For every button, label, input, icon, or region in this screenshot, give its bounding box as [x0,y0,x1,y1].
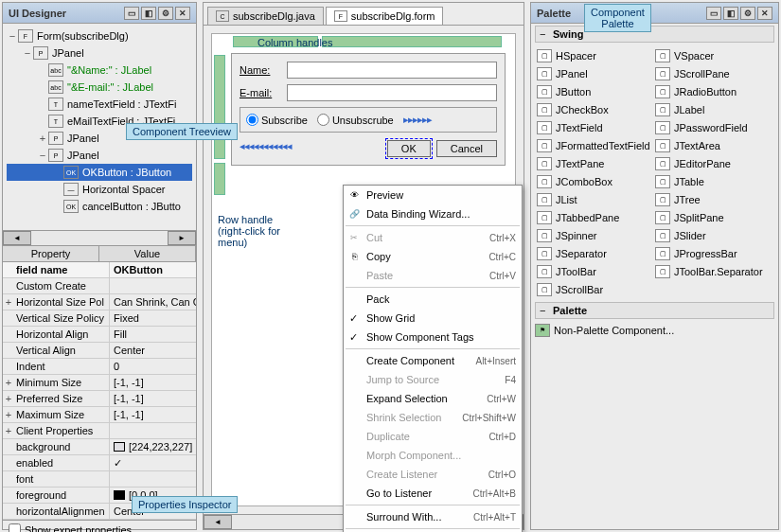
property-row[interactable]: +Preferred Size[-1, -1] [3,391,196,407]
palette-item[interactable]: ▢JTabbedPane [533,208,651,226]
palette-item[interactable]: ▢JTable [651,172,770,190]
tree-node[interactable]: TnameTextField : JTextFi [7,96,192,113]
editor-tab[interactable]: CsubscribeDlg.java [207,7,324,25]
tree-node[interactable]: abc"&Name:" : JLabel [7,62,192,79]
palette-section-swing[interactable]: − Swing [535,26,774,43]
palette-item[interactable]: ▢JScrollBar [533,280,651,298]
tree-node[interactable]: −FForm(subscribeDlg) [7,27,192,44]
property-row[interactable]: Vertical Size PolicyFixed [3,310,196,327]
menu-item[interactable]: Surround With...Ctrl+Alt+T [344,507,522,526]
palette-item[interactable]: ▢JTextPane [533,154,651,172]
palette-item[interactable]: ▢JEditorPane [651,154,770,172]
palette-item[interactable]: ▢HSpacer [533,46,651,64]
menu-item[interactable]: Pack [344,290,522,309]
palette-item[interactable]: ▢JRadioButton [651,82,770,100]
palette-item[interactable]: ▢JComboBox [533,172,651,190]
property-value[interactable]: 0 [109,359,196,374]
palette-item[interactable]: ▢JCheckBox [533,100,651,118]
tree-toggle-icon[interactable]: − [7,30,18,42]
scroll-right-icon[interactable]: ► [168,231,196,245]
collapse-icon[interactable]: − [540,305,549,316]
menu-item[interactable]: Expand SelectionCtrl+W [344,389,522,408]
subscribe-radio[interactable]: Subscribe [246,114,308,126]
palette-item[interactable]: ▢JTextField [533,118,651,136]
palette-item[interactable]: ▢JSplitPane [651,208,770,226]
property-row[interactable]: Indent0 [3,359,196,375]
minimize-icon[interactable]: ▭ [124,7,139,20]
property-row[interactable]: +Minimum Size[-1, -1] [3,375,196,391]
column-handle[interactable] [322,36,502,47]
property-row[interactable]: background[224,223,227] [3,439,196,455]
tree-toggle-icon[interactable]: + [37,133,48,144]
palette-section-palette[interactable]: − Palette [535,302,774,319]
expand-icon[interactable]: + [3,409,14,420]
tree-toggle-icon[interactable]: − [22,47,33,59]
palette-item[interactable]: ▢JPanel [533,64,651,82]
close-icon[interactable]: ✕ [757,7,772,20]
unsubscribe-radio-input[interactable] [317,114,329,126]
property-value[interactable] [109,278,196,293]
menu-item[interactable]: 🔗Data Binding Wizard... [344,204,522,223]
property-table[interactable]: field nameOKButtonCustom Create+Horizont… [3,262,196,520]
menu-item[interactable]: ⎘CopyCtrl+C [344,247,522,266]
float-icon[interactable]: ◧ [723,7,738,20]
property-row[interactable]: font [3,471,196,488]
palette-item[interactable]: ▢JTextArea [651,136,770,154]
float-icon[interactable]: ◧ [141,7,156,20]
name-field[interactable] [287,62,497,79]
tree-node[interactable]: OKcancelButton : JButto [7,198,192,215]
expand-icon[interactable]: + [3,296,14,308]
palette-item[interactable]: ▢JLabel [651,100,770,118]
scroll-left-icon[interactable]: ◄ [204,515,232,529]
palette-item[interactable]: ▢JSpinner [533,226,651,244]
expert-properties-checkbox[interactable] [9,523,21,532]
expand-icon[interactable]: + [3,393,14,404]
palette-item[interactable]: ▢JSlider [651,226,770,244]
palette-item[interactable]: ▢JProgressBar [651,244,770,262]
property-value[interactable]: [-1, -1] [109,375,196,390]
property-row[interactable]: +Client Properties [3,423,196,439]
palette-item[interactable]: ▢JSeparator [533,244,651,262]
palette-item[interactable]: ▢JFormattedTextField [533,136,651,154]
scroll-left-icon[interactable]: ◄ [3,231,31,245]
tree-toggle-icon[interactable]: − [37,150,48,161]
property-value[interactable]: [-1, -1] [109,391,196,406]
property-value[interactable]: [224,223,227] [109,439,196,454]
property-value[interactable]: Can Shrink, Can G... [109,294,196,310]
context-menu[interactable]: 👁Preview🔗Data Binding Wizard...✂CutCtrl+… [343,185,523,532]
property-value[interactable]: Fill [109,327,196,342]
gear-icon[interactable]: ⚙ [740,7,755,20]
property-value[interactable]: OKButton [109,262,196,277]
expand-icon[interactable]: + [3,425,14,436]
property-value[interactable]: [-1, -1] [109,407,196,422]
ok-button[interactable]: OK [387,140,431,157]
property-value[interactable]: Center [109,343,196,358]
subscribe-radio-input[interactable] [246,114,258,126]
property-row[interactable]: Horizontal AlignFill [3,327,196,343]
expert-properties-row[interactable]: Show expert properties [3,520,196,532]
expand-icon[interactable]: + [3,377,14,388]
menu-item[interactable]: ✓Show Grid [344,309,522,328]
palette-item[interactable]: ▢VSpacer [651,46,770,64]
palette-item[interactable]: ▢JTree [651,190,770,208]
palette-item[interactable]: ▢JButton [533,82,651,100]
property-value[interactable] [109,471,196,487]
tree-node[interactable]: −PJPanel [7,147,192,164]
menu-item[interactable]: 👁Preview [344,186,522,204]
menu-item[interactable]: Go to ListenerCtrl+Alt+B [344,484,522,503]
cancel-button[interactable]: Cancel [436,140,497,157]
gear-icon[interactable]: ⚙ [158,7,173,20]
row-handle[interactable] [214,163,225,195]
palette-item[interactable]: ▢JList [533,190,651,208]
menu-item[interactable]: Create ComponentAlt+Insert [344,351,522,370]
property-row[interactable]: +Maximum Size[-1, -1] [3,407,196,423]
palette-item[interactable]: ▢JToolBar [533,262,651,280]
tree-node[interactable]: —Horizontal Spacer [7,181,192,198]
property-value[interactable]: Fixed [109,310,196,326]
tree-hscroll[interactable]: ◄ ► [3,230,196,245]
email-field[interactable] [287,84,497,101]
tree-node[interactable]: OKOKButton : JButton [7,164,192,181]
palette-item[interactable]: ▢JScrollPane [651,64,770,82]
minimize-icon[interactable]: ▭ [706,7,721,20]
property-value[interactable]: ✓ [109,455,196,470]
